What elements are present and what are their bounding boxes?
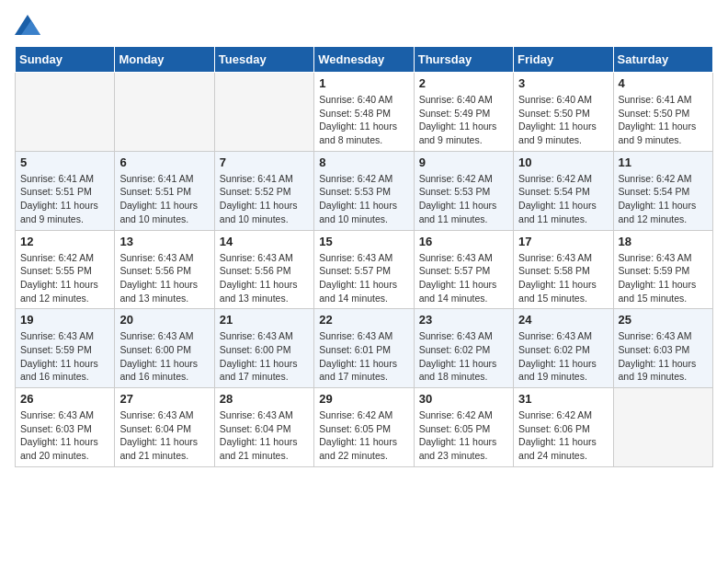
day-number: 29 (319, 392, 408, 406)
day-number: 4 (619, 76, 708, 90)
calendar-header-row: SundayMondayTuesdayWednesdayThursdayFrid… (16, 47, 713, 73)
day-cell: 1Sunrise: 6:40 AMSunset: 5:48 PMDaylight… (314, 73, 414, 152)
day-cell: 12Sunrise: 6:42 AMSunset: 5:55 PMDayligh… (16, 230, 115, 309)
day-info: Sunrise: 6:43 AMSunset: 6:02 PMDaylight:… (518, 329, 608, 384)
day-info: Sunrise: 6:43 AMSunset: 5:56 PMDaylight:… (220, 251, 309, 305)
day-number: 22 (319, 313, 408, 327)
day-number: 24 (518, 313, 608, 327)
day-header-wednesday: Wednesday (314, 47, 414, 73)
day-cell: 22Sunrise: 6:43 AMSunset: 6:01 PMDayligh… (314, 309, 414, 388)
day-info: Sunrise: 6:43 AMSunset: 5:59 PMDaylight:… (20, 329, 109, 384)
day-info: Sunrise: 6:40 AMSunset: 5:48 PMDaylight:… (319, 93, 408, 147)
empty-cell (613, 388, 712, 467)
calendar-week-row: 5Sunrise: 6:41 AMSunset: 5:51 PMDaylight… (16, 151, 713, 230)
day-header-sunday: Sunday (16, 47, 115, 73)
day-cell: 6Sunrise: 6:41 AMSunset: 5:51 PMDaylight… (115, 151, 214, 230)
day-cell: 13Sunrise: 6:43 AMSunset: 5:56 PMDayligh… (115, 230, 214, 309)
day-number: 20 (119, 313, 209, 327)
day-info: Sunrise: 6:40 AMSunset: 5:50 PMDaylight:… (518, 93, 608, 147)
day-number: 11 (619, 155, 708, 169)
calendar-table: SundayMondayTuesdayWednesdayThursdayFrid… (15, 46, 713, 467)
day-number: 13 (119, 235, 209, 248)
day-info: Sunrise: 6:43 AMSunset: 5:59 PMDaylight:… (619, 251, 708, 305)
day-number: 7 (220, 155, 309, 169)
day-cell: 30Sunrise: 6:42 AMSunset: 6:05 PMDayligh… (414, 388, 513, 467)
day-cell: 29Sunrise: 6:42 AMSunset: 6:05 PMDayligh… (314, 388, 414, 467)
day-number: 21 (220, 313, 309, 327)
day-cell: 5Sunrise: 6:41 AMSunset: 5:51 PMDaylight… (16, 151, 115, 230)
day-cell: 2Sunrise: 6:40 AMSunset: 5:49 PMDaylight… (414, 73, 513, 152)
day-info: Sunrise: 6:43 AMSunset: 6:03 PMDaylight:… (20, 408, 109, 463)
day-number: 14 (220, 235, 309, 248)
day-number: 12 (20, 235, 109, 248)
day-number: 26 (20, 392, 109, 406)
calendar-week-row: 1Sunrise: 6:40 AMSunset: 5:48 PMDaylight… (16, 73, 713, 152)
day-header-saturday: Saturday (613, 47, 712, 73)
day-info: Sunrise: 6:40 AMSunset: 5:49 PMDaylight:… (419, 93, 508, 147)
day-info: Sunrise: 6:43 AMSunset: 6:02 PMDaylight:… (419, 329, 508, 384)
day-header-tuesday: Tuesday (214, 47, 313, 73)
day-cell: 19Sunrise: 6:43 AMSunset: 5:59 PMDayligh… (16, 309, 115, 388)
day-number: 15 (319, 235, 408, 248)
day-number: 30 (419, 392, 508, 406)
empty-cell (16, 73, 115, 152)
day-number: 16 (419, 235, 508, 248)
day-info: Sunrise: 6:42 AMSunset: 5:55 PMDaylight:… (20, 251, 109, 305)
day-cell: 24Sunrise: 6:43 AMSunset: 6:02 PMDayligh… (514, 309, 613, 388)
day-number: 10 (518, 155, 608, 169)
day-number: 19 (20, 313, 109, 327)
day-number: 23 (419, 313, 508, 327)
day-number: 5 (20, 155, 109, 169)
day-cell: 7Sunrise: 6:41 AMSunset: 5:52 PMDaylight… (214, 151, 313, 230)
day-number: 31 (518, 392, 608, 406)
day-info: Sunrise: 6:43 AMSunset: 6:03 PMDaylight:… (619, 329, 708, 384)
day-info: Sunrise: 6:41 AMSunset: 5:51 PMDaylight:… (20, 172, 109, 226)
day-cell: 21Sunrise: 6:43 AMSunset: 6:00 PMDayligh… (214, 309, 313, 388)
day-number: 18 (619, 235, 708, 248)
day-cell: 16Sunrise: 6:43 AMSunset: 5:57 PMDayligh… (414, 230, 513, 309)
day-info: Sunrise: 6:41 AMSunset: 5:52 PMDaylight:… (220, 172, 309, 226)
day-info: Sunrise: 6:42 AMSunset: 6:05 PMDaylight:… (419, 408, 508, 463)
empty-cell (115, 73, 214, 152)
calendar-week-row: 26Sunrise: 6:43 AMSunset: 6:03 PMDayligh… (16, 388, 713, 467)
day-info: Sunrise: 6:41 AMSunset: 5:50 PMDaylight:… (619, 93, 708, 147)
day-header-friday: Friday (514, 47, 613, 73)
day-cell: 28Sunrise: 6:43 AMSunset: 6:04 PMDayligh… (214, 388, 313, 467)
calendar-week-row: 19Sunrise: 6:43 AMSunset: 5:59 PMDayligh… (16, 309, 713, 388)
day-number: 28 (220, 392, 309, 406)
day-number: 3 (518, 76, 608, 90)
day-info: Sunrise: 6:42 AMSunset: 6:06 PMDaylight:… (518, 408, 608, 463)
day-cell: 26Sunrise: 6:43 AMSunset: 6:03 PMDayligh… (16, 388, 115, 467)
logo (15, 15, 44, 35)
day-info: Sunrise: 6:41 AMSunset: 5:51 PMDaylight:… (119, 172, 209, 226)
day-cell: 18Sunrise: 6:43 AMSunset: 5:59 PMDayligh… (613, 230, 712, 309)
day-info: Sunrise: 6:43 AMSunset: 6:04 PMDaylight:… (220, 408, 309, 463)
day-cell: 8Sunrise: 6:42 AMSunset: 5:53 PMDaylight… (314, 151, 414, 230)
day-info: Sunrise: 6:43 AMSunset: 6:04 PMDaylight:… (119, 408, 209, 463)
day-number: 25 (619, 313, 708, 327)
day-number: 2 (419, 76, 508, 90)
day-info: Sunrise: 6:43 AMSunset: 6:00 PMDaylight:… (119, 329, 209, 384)
day-info: Sunrise: 6:43 AMSunset: 5:57 PMDaylight:… (419, 251, 508, 305)
day-number: 27 (119, 392, 209, 406)
day-number: 9 (419, 155, 508, 169)
day-info: Sunrise: 6:42 AMSunset: 5:53 PMDaylight:… (419, 172, 508, 226)
empty-cell (214, 73, 313, 152)
day-cell: 10Sunrise: 6:42 AMSunset: 5:54 PMDayligh… (514, 151, 613, 230)
day-cell: 15Sunrise: 6:43 AMSunset: 5:57 PMDayligh… (314, 230, 414, 309)
day-info: Sunrise: 6:42 AMSunset: 5:54 PMDaylight:… (619, 172, 708, 226)
day-cell: 31Sunrise: 6:42 AMSunset: 6:06 PMDayligh… (514, 388, 613, 467)
day-cell: 14Sunrise: 6:43 AMSunset: 5:56 PMDayligh… (214, 230, 313, 309)
day-header-thursday: Thursday (414, 47, 513, 73)
day-info: Sunrise: 6:42 AMSunset: 5:53 PMDaylight:… (319, 172, 408, 226)
day-info: Sunrise: 6:42 AMSunset: 6:05 PMDaylight:… (319, 408, 408, 463)
day-cell: 17Sunrise: 6:43 AMSunset: 5:58 PMDayligh… (514, 230, 613, 309)
logo-icon (15, 15, 40, 35)
day-number: 17 (518, 235, 608, 248)
day-cell: 4Sunrise: 6:41 AMSunset: 5:50 PMDaylight… (613, 73, 712, 152)
day-cell: 27Sunrise: 6:43 AMSunset: 6:04 PMDayligh… (115, 388, 214, 467)
day-header-monday: Monday (115, 47, 214, 73)
day-cell: 23Sunrise: 6:43 AMSunset: 6:02 PMDayligh… (414, 309, 513, 388)
day-cell: 11Sunrise: 6:42 AMSunset: 5:54 PMDayligh… (613, 151, 712, 230)
day-number: 1 (319, 76, 408, 90)
